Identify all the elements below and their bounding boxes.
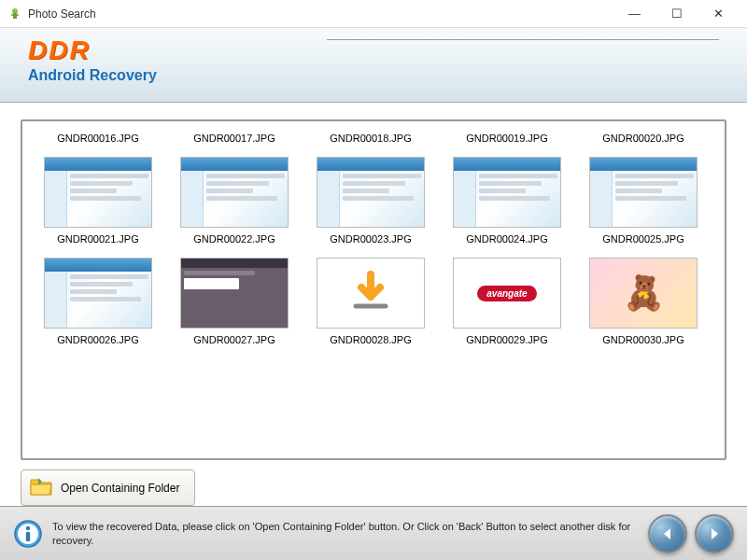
results-panel[interactable]: GNDR00016.JPGGNDR00017.JPGGNDR00018.JPGG…	[21, 119, 726, 460]
file-item[interactable]: 🧸GNDR00030.JPG	[575, 254, 712, 355]
footer-hint: To view the recovered Data, please click…	[52, 520, 648, 548]
app-subtitle: Android Recovery	[28, 67, 719, 84]
file-thumbnail	[180, 157, 289, 228]
file-name: GNDR00027.JPG	[168, 334, 301, 345]
back-button[interactable]	[648, 514, 687, 553]
nav-buttons	[648, 514, 734, 553]
header-banner: DDR Android Recovery	[0, 28, 747, 103]
file-item[interactable]: GNDR00017.JPG	[166, 129, 303, 153]
file-thumbnail	[317, 258, 425, 329]
content-area: GNDR00016.JPGGNDR00017.JPGGNDR00018.JPGG…	[0, 103, 747, 513]
file-item[interactable]: GNDR00026.JPG	[30, 254, 166, 355]
file-name: GNDR00022.JPG	[168, 233, 301, 245]
forward-button[interactable]	[695, 514, 734, 553]
maximize-button[interactable]: ☐	[655, 1, 698, 27]
file-item[interactable]: GNDR00020.JPG	[575, 129, 712, 153]
svg-point-4	[26, 525, 30, 529]
open-folder-label: Open Containing Folder	[61, 482, 179, 495]
file-item[interactable]: GNDR00019.JPG	[439, 129, 575, 153]
svg-rect-5	[26, 532, 30, 541]
file-name: GNDR00030.JPG	[577, 334, 710, 345]
file-name: GNDR00018.JPG	[304, 133, 437, 144]
file-name: GNDR00016.JPG	[32, 133, 164, 144]
minimize-button[interactable]: —	[613, 1, 655, 27]
app-icon	[7, 7, 22, 21]
file-item[interactable]: avangateGNDR00029.JPG	[439, 254, 575, 355]
file-grid: GNDR00016.JPGGNDR00017.JPGGNDR00018.JPGG…	[30, 129, 725, 355]
file-name: GNDR00019.JPG	[441, 133, 573, 144]
file-item[interactable]: GNDR00027.JPG	[166, 254, 303, 355]
file-thumbnail	[453, 157, 561, 228]
file-name: GNDR00024.JPG	[441, 233, 573, 245]
folder-icon	[29, 476, 53, 499]
close-button[interactable]: ✕	[698, 1, 740, 27]
file-thumbnail: avangate	[453, 258, 561, 329]
file-name: GNDR00021.JPG	[32, 233, 164, 245]
file-item[interactable]: GNDR00022.JPG	[166, 153, 303, 254]
file-item[interactable]: GNDR00023.JPG	[303, 153, 439, 254]
file-item[interactable]: GNDR00025.JPG	[575, 153, 712, 254]
file-name: GNDR00017.JPG	[168, 133, 301, 144]
file-item[interactable]: GNDR00016.JPG	[30, 129, 166, 153]
window-controls: — ☐ ✕	[613, 1, 740, 27]
file-name: GNDR00020.JPG	[577, 133, 710, 144]
file-thumbnail	[180, 258, 289, 329]
file-name: GNDR00028.JPG	[304, 334, 437, 345]
file-thumbnail	[44, 258, 152, 329]
file-name: GNDR00026.JPG	[32, 334, 164, 345]
file-name: GNDR00023.JPG	[304, 233, 437, 245]
file-thumbnail	[317, 157, 425, 228]
svg-rect-1	[13, 13, 17, 19]
file-item[interactable]: GNDR00021.JPG	[30, 153, 166, 254]
open-containing-folder-button[interactable]: Open Containing Folder	[21, 469, 195, 506]
file-thumbnail: 🧸	[589, 258, 698, 329]
window-title: Photo Search	[28, 7, 613, 21]
file-item[interactable]: GNDR00024.JPG	[439, 153, 575, 254]
file-name: GNDR00025.JPG	[577, 233, 710, 245]
header-divider	[327, 39, 719, 40]
footer-bar: To view the recovered Data, please click…	[0, 506, 747, 560]
file-thumbnail	[589, 157, 698, 228]
file-thumbnail	[44, 157, 152, 228]
title-bar: Photo Search — ☐ ✕	[0, 0, 747, 28]
file-item[interactable]: GNDR00018.JPG	[303, 129, 439, 153]
file-name: GNDR00029.JPG	[441, 334, 573, 345]
file-item[interactable]: GNDR00028.JPG	[303, 254, 439, 355]
info-icon	[13, 519, 43, 549]
